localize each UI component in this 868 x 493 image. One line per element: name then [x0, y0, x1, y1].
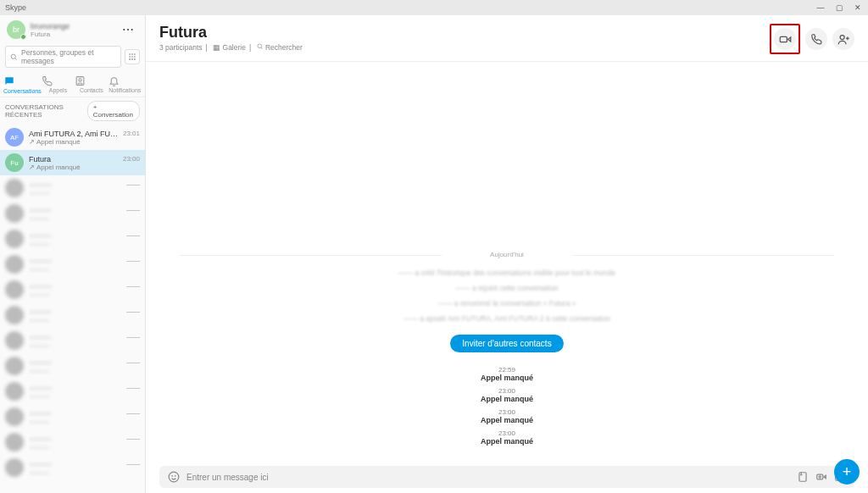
- window-minimize[interactable]: —: [815, 3, 826, 12]
- attach-file-icon[interactable]: [797, 471, 809, 483]
- missed-call-entry: 23:00Appel manqué: [180, 408, 834, 424]
- conversation-item[interactable]: ————————: [0, 252, 145, 277]
- profile-header: br brunorange Futura ⋯: [0, 15, 145, 44]
- chat-icon: [3, 75, 42, 87]
- chat-header: Futura 3 participants| ▦ Galerie| Recher…: [146, 15, 868, 62]
- window-title: Skype: [5, 3, 26, 12]
- system-message: —— a renommé la conversation « Futura »: [180, 299, 834, 307]
- avatar: [5, 357, 24, 375]
- svg-point-20: [172, 476, 173, 477]
- avatar: [5, 407, 24, 426]
- chat-title: Futura: [159, 24, 303, 42]
- sidebar: br brunorange Futura ⋯ Personnes, groupe…: [0, 15, 146, 493]
- search-icon[interactable]: [257, 43, 265, 52]
- svg-point-13: [258, 44, 262, 48]
- avatar: [5, 433, 24, 451]
- chat-messages[interactable]: Aujourd'hui —— a créé l'historique des c…: [146, 62, 868, 461]
- window-maximize[interactable]: ▢: [834, 3, 844, 12]
- dialpad-button[interactable]: [125, 49, 140, 64]
- conversation-item[interactable]: ————————: [0, 455, 145, 480]
- system-message: —— a créé l'historique des conversations…: [180, 269, 834, 277]
- conversation-time: 23:00: [123, 155, 140, 163]
- avatar: [5, 306, 24, 324]
- profile-name: brunorange: [31, 22, 119, 30]
- avatar: [5, 280, 24, 299]
- conversation-item[interactable]: ————————: [0, 353, 145, 379]
- svg-point-12: [79, 79, 81, 81]
- chat-pane: Futura 3 participants| ▦ Galerie| Recher…: [146, 15, 868, 493]
- avatar: [5, 230, 24, 248]
- conversation-list: AF Ami FUTURA 2, Ami FUTURA ↗Appel manqu…: [0, 125, 145, 493]
- profile-status: Futura: [31, 30, 119, 38]
- missed-call-entry: 22:59Appel manqué: [180, 366, 834, 382]
- new-conversation-button[interactable]: Conversation: [87, 101, 140, 121]
- chat-subtitle: 3 participants| ▦ Galerie| Rechercher: [159, 43, 303, 52]
- tab-conversations[interactable]: Conversations: [3, 73, 42, 97]
- svg-line-14: [261, 47, 263, 49]
- conversation-item[interactable]: ————————: [0, 302, 145, 328]
- conversation-item[interactable]: ————————: [0, 328, 145, 353]
- conversation-item[interactable]: ————————: [0, 429, 145, 455]
- svg-point-8: [129, 58, 131, 60]
- more-menu-button[interactable]: ⋯: [119, 23, 138, 36]
- conversation-item[interactable]: Fu Futura ↗Appel manqué 23:00: [0, 150, 145, 175]
- conversation-item[interactable]: ————————: [0, 404, 145, 429]
- conversation-sub: ↗Appel manqué: [29, 163, 120, 171]
- avatar: [5, 255, 24, 274]
- svg-point-4: [134, 53, 136, 55]
- conversation-item[interactable]: ————————: [0, 201, 145, 226]
- svg-point-9: [131, 58, 133, 60]
- search-icon: [10, 53, 18, 61]
- nav-tabs: Conversations Appels Contacts Notificati…: [0, 73, 145, 97]
- gallery-icon[interactable]: ▦: [213, 43, 222, 52]
- presence-dot: [20, 34, 26, 40]
- svg-point-2: [129, 53, 131, 55]
- add-people-button[interactable]: [832, 28, 854, 50]
- avatar: [5, 331, 24, 350]
- conversation-title: Ami FUTURA 2, Ami FUTURA: [29, 130, 120, 138]
- svg-point-10: [134, 58, 136, 60]
- emoji-icon[interactable]: [168, 471, 180, 483]
- contacts-icon: [75, 75, 108, 86]
- system-message: —— a rejoint cette conversation: [180, 284, 834, 292]
- conversation-title: Futura: [29, 155, 120, 163]
- recent-header: CONVERSATIONS RÉCENTES Conversation: [0, 97, 145, 125]
- conversation-item[interactable]: ————————: [0, 277, 145, 302]
- svg-point-21: [175, 476, 175, 477]
- phone-icon: [42, 75, 75, 86]
- tab-notifications[interactable]: Notifications: [108, 73, 142, 97]
- svg-point-5: [129, 56, 131, 58]
- invite-contacts-button[interactable]: Inviter d'autres contacts: [450, 335, 563, 352]
- audio-call-button[interactable]: [805, 28, 827, 50]
- conversation-item[interactable]: AF Ami FUTURA 2, Ami FUTURA ↗Appel manqu…: [0, 125, 145, 150]
- date-divider: Aujourd'hui: [180, 251, 834, 258]
- video-message-icon[interactable]: [815, 471, 827, 483]
- avatar: [5, 458, 24, 477]
- conversation-sub: ↗Appel manqué: [29, 138, 120, 146]
- avatar: [5, 382, 24, 401]
- window-close[interactable]: ✕: [853, 3, 863, 12]
- video-call-button[interactable]: [774, 28, 796, 50]
- annotation-highlight: [770, 24, 800, 54]
- search-input[interactable]: Personnes, groupes et messages: [5, 46, 121, 68]
- avatar: AF: [5, 128, 24, 147]
- svg-point-26: [819, 476, 821, 478]
- conversation-item[interactable]: ————————: [0, 175, 145, 201]
- avatar: Fu: [5, 153, 24, 172]
- missed-call-icon: ↗: [29, 163, 35, 171]
- svg-rect-15: [780, 36, 787, 42]
- missed-call-icon: ↗: [29, 138, 35, 146]
- missed-call-entry: 23:00Appel manqué: [180, 429, 834, 446]
- avatar[interactable]: br: [7, 20, 25, 39]
- svg-rect-25: [817, 474, 823, 479]
- conversation-item[interactable]: ————————: [0, 379, 145, 404]
- svg-point-6: [131, 56, 133, 58]
- tab-contacts[interactable]: Contacts: [75, 73, 108, 97]
- svg-point-19: [169, 472, 179, 482]
- new-chat-fab[interactable]: +: [834, 459, 860, 485]
- window-titlebar: Skype — ▢ ✕: [0, 0, 868, 15]
- message-input[interactable]: Entrer un message ici: [186, 473, 790, 482]
- conversation-time: 23:01: [123, 130, 140, 137]
- conversation-item[interactable]: ————————: [0, 226, 145, 252]
- tab-calls[interactable]: Appels: [42, 73, 75, 97]
